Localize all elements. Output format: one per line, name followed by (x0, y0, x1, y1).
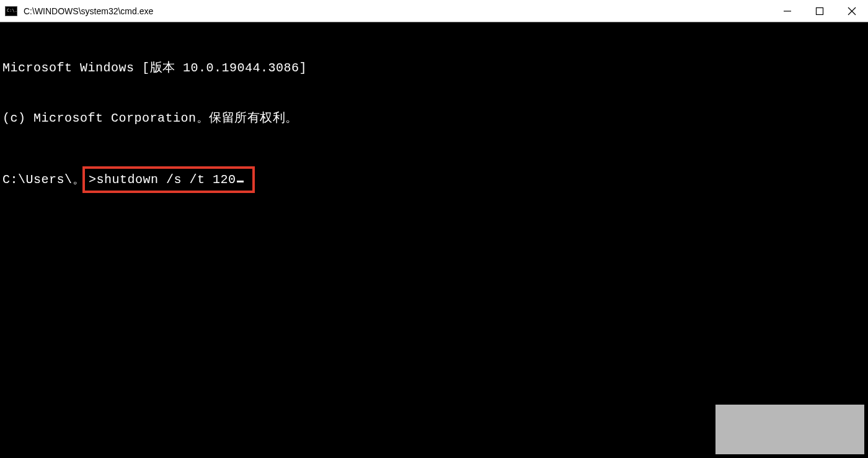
titlebar-left: C:\. C:\WINDOWS\system32\cmd.exe (0, 6, 153, 16)
maximize-icon (815, 7, 824, 16)
minimize-icon (783, 7, 792, 16)
cmd-app-icon-text: C:\. (7, 9, 17, 13)
terminal-command-input[interactable]: shutdown /s /t 120 (97, 171, 236, 188)
window-titlebar: C:\. C:\WINDOWS\system32\cmd.exe (0, 0, 868, 22)
minimize-button[interactable] (771, 0, 804, 22)
terminal-prompt-row: C:\Users\。 >shutdown /s /t 120 (2, 166, 866, 193)
terminal-prompt-prefix: C:\Users\。 (2, 171, 85, 188)
svg-rect-1 (817, 7, 823, 14)
overlay-watermark-block (715, 405, 864, 454)
terminal-area[interactable]: Microsoft Windows [版本 10.0.19044.3086] (… (0, 22, 868, 213)
window-controls (771, 0, 868, 22)
terminal-output-line: Microsoft Windows [版本 10.0.19044.3086] (2, 60, 866, 76)
maximize-button[interactable] (804, 0, 836, 22)
terminal-cursor (237, 181, 244, 182)
close-icon (848, 7, 856, 16)
window-title: C:\WINDOWS\system32\cmd.exe (24, 6, 153, 16)
close-button[interactable] (836, 0, 868, 22)
cmd-app-icon: C:\. (5, 6, 17, 16)
terminal-prompt-symbol: > (89, 171, 97, 188)
terminal-output-line: (c) Microsoft Corporation。保留所有权利。 (2, 110, 866, 127)
command-highlight-box: >shutdown /s /t 120 (82, 166, 255, 193)
